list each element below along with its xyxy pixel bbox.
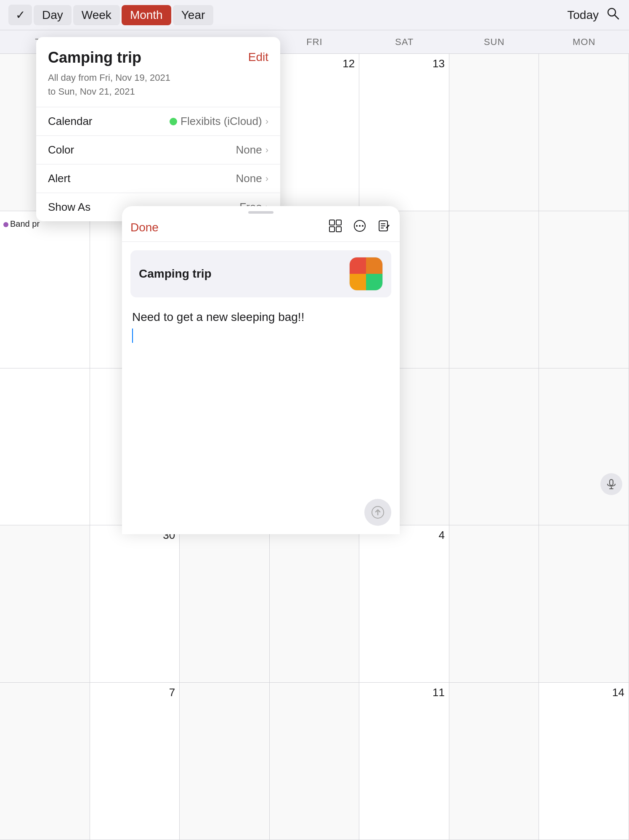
table-row[interactable] [180,683,270,840]
table-row[interactable]: 4 [359,525,449,683]
table-row[interactable] [539,54,629,211]
cell-number [449,525,539,532]
cell-number [180,683,269,689]
table-row[interactable] [449,211,539,368]
cell-number [449,683,539,689]
table-row[interactable] [270,525,360,683]
cell-number [0,525,90,532]
icon-cell [366,257,382,274]
mic-button[interactable] [600,473,622,495]
popup-date: All day from Fri, Nov 19, 2021 to Sun, N… [36,71,280,107]
app-icon [349,257,383,291]
table-row[interactable] [0,368,90,526]
event-detail-popup: Camping trip Edit All day from Fri, Nov … [36,37,280,221]
sheet-handle [122,206,400,217]
svg-point-9 [362,225,364,227]
more-button[interactable] [353,219,367,236]
text-cursor [132,329,133,343]
calendar-value: Flexibits (iCloud) › [170,115,268,128]
table-row[interactable]: 12 [270,54,360,211]
edit-note-button[interactable] [377,219,391,236]
grid-icon [328,219,342,233]
table-row[interactable]: 11 [359,683,449,840]
popup-title: Camping trip [48,49,141,66]
day-button[interactable]: Day [34,5,72,25]
cell-number [539,525,629,532]
toolbar-right: Today [567,6,621,24]
month-button[interactable]: Month [122,5,171,25]
chevron-right-icon: › [265,145,268,156]
svg-rect-2 [329,220,334,225]
table-row[interactable]: 14 [539,683,629,840]
cell-number: 13 [359,54,449,74]
chevron-right-icon: › [265,173,268,184]
day-header-mon: MON [539,30,629,53]
note-text: Need to get a new sleeping bag!! [132,308,390,326]
table-row[interactable]: Band pr [0,211,90,368]
notes-sheet: Done [122,206,400,534]
table-row[interactable] [449,683,539,840]
show-as-label: Show As [48,201,90,214]
cell-number: 12 [270,54,359,74]
icon-cell [366,274,382,290]
day-header-fri: FRI [270,30,360,53]
check-button[interactable]: ✓ [8,5,32,25]
toolbar: ✓ Day Week Month Year Today [0,0,629,30]
table-row[interactable] [539,368,629,526]
svg-rect-3 [336,220,341,225]
done-button[interactable]: Done [130,221,159,234]
table-row[interactable] [180,525,270,683]
color-value: None › [236,143,268,156]
edit-icon [377,219,391,233]
calendar-row[interactable]: Calendar Flexibits (iCloud) › [36,107,280,136]
week-button[interactable]: Week [73,5,120,25]
table-row[interactable]: 30 [90,525,180,683]
svg-point-8 [359,225,361,227]
popup-header: Camping trip Edit [36,37,280,71]
alert-row[interactable]: Alert None › [36,164,280,193]
view-switcher: ✓ Day Week Month Year [8,5,213,25]
toolbar-icons [328,219,391,236]
table-row[interactable] [270,683,360,840]
note-content[interactable]: Need to get a new sleeping bag!! [122,302,400,534]
grid-button[interactable] [328,219,342,236]
color-row[interactable]: Color None › [36,136,280,164]
cell-number: 14 [539,683,629,702]
cell-number: 7 [90,683,180,702]
day-header-sat: SAT [359,30,449,53]
chevron-right-icon: › [265,116,268,127]
search-button[interactable] [605,6,621,24]
check-icon: ✓ [16,8,25,22]
send-button-container [364,499,391,526]
year-button[interactable]: Year [173,5,214,25]
cell-number: 11 [359,683,449,702]
handle-bar [248,211,273,214]
svg-line-1 [615,15,618,19]
edit-button[interactable]: Edit [248,49,268,66]
calendar-color-dot [170,118,177,125]
svg-point-7 [356,225,358,227]
note-app-card: Camping trip [130,250,391,297]
table-row[interactable]: 7 [90,683,180,840]
alert-value: None › [236,172,268,185]
send-button[interactable] [364,499,391,526]
alert-label: Alert [48,172,70,185]
table-row[interactable]: 13 [359,54,449,211]
cell-number [0,368,90,375]
svg-rect-4 [329,227,334,232]
table-row[interactable] [449,54,539,211]
cell-number [449,211,539,218]
today-button[interactable]: Today [567,8,599,22]
day-header-sun: SUN [449,30,539,53]
table-row[interactable] [0,525,90,683]
note-app-title: Camping trip [139,267,212,281]
color-label: Color [48,143,74,156]
cell-number [449,54,539,61]
more-icon [353,219,367,233]
table-row[interactable] [449,525,539,683]
table-row[interactable] [449,368,539,526]
calendar-label: Calendar [48,115,93,128]
table-row[interactable] [0,683,90,840]
table-row[interactable] [539,525,629,683]
table-row[interactable] [539,211,629,368]
